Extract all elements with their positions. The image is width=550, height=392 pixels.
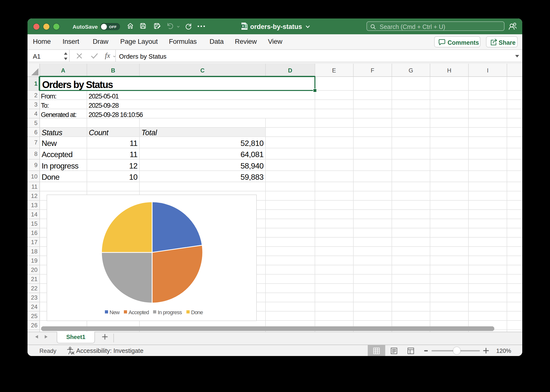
svg-text:Accepted: Accepted bbox=[42, 150, 73, 159]
svg-text:D: D bbox=[288, 67, 292, 74]
svg-text:58,940: 58,940 bbox=[240, 161, 264, 170]
svg-text:2025-05-01: 2025-05-01 bbox=[89, 93, 119, 100]
svg-text:4: 4 bbox=[34, 110, 37, 117]
svg-text:10: 10 bbox=[31, 173, 37, 180]
svg-text:New: New bbox=[42, 139, 57, 148]
svg-text:C: C bbox=[200, 67, 204, 74]
svg-text:20: 20 bbox=[31, 267, 37, 273]
svg-text:3: 3 bbox=[34, 101, 37, 108]
svg-text:Done: Done bbox=[191, 309, 203, 315]
svg-text:Orders by Status: Orders by Status bbox=[42, 79, 113, 90]
svg-text:15: 15 bbox=[31, 220, 37, 227]
svg-text:24: 24 bbox=[31, 303, 37, 310]
svg-text:In progress: In progress bbox=[158, 309, 182, 315]
svg-text:E: E bbox=[332, 67, 336, 74]
svg-text:9: 9 bbox=[34, 162, 37, 168]
svg-text:12: 12 bbox=[31, 193, 37, 199]
svg-text:10: 10 bbox=[129, 173, 138, 181]
svg-text:16: 16 bbox=[31, 230, 37, 236]
svg-text:A: A bbox=[61, 67, 65, 74]
svg-text:7: 7 bbox=[34, 139, 37, 146]
svg-text:22: 22 bbox=[31, 285, 37, 292]
svg-text:In progress: In progress bbox=[42, 161, 78, 170]
svg-text:13: 13 bbox=[31, 202, 37, 208]
svg-text:25: 25 bbox=[31, 313, 37, 319]
svg-text:19: 19 bbox=[31, 257, 37, 264]
svg-text:To:: To: bbox=[41, 102, 49, 109]
svg-text:2: 2 bbox=[34, 92, 37, 98]
svg-text:2025-09-28 16:10:56: 2025-09-28 16:10:56 bbox=[89, 111, 143, 118]
svg-text:21: 21 bbox=[31, 276, 37, 282]
svg-text:Total: Total bbox=[141, 128, 157, 137]
svg-text:14: 14 bbox=[31, 211, 37, 218]
svg-text:New: New bbox=[110, 309, 120, 315]
svg-text:H: H bbox=[447, 67, 451, 74]
svg-text:Generated at:: Generated at: bbox=[41, 111, 76, 118]
svg-text:Done: Done bbox=[42, 173, 59, 181]
svg-text:B: B bbox=[111, 67, 115, 74]
svg-text:F: F bbox=[371, 67, 374, 74]
svg-text:8: 8 bbox=[34, 151, 37, 157]
svg-text:G: G bbox=[409, 67, 413, 74]
svg-text:11: 11 bbox=[130, 150, 138, 159]
svg-text:64,081: 64,081 bbox=[240, 150, 264, 159]
svg-text:23: 23 bbox=[31, 294, 37, 301]
svg-text:11: 11 bbox=[130, 139, 138, 148]
svg-text:From:: From: bbox=[41, 93, 56, 100]
svg-text:Status: Status bbox=[42, 128, 62, 137]
svg-text:Count: Count bbox=[89, 128, 109, 137]
svg-text:I: I bbox=[487, 67, 489, 74]
svg-text:Accepted: Accepted bbox=[128, 309, 149, 315]
svg-text:26: 26 bbox=[31, 322, 37, 329]
svg-text:11: 11 bbox=[31, 183, 37, 190]
svg-text:1: 1 bbox=[34, 80, 37, 87]
svg-text:12: 12 bbox=[129, 161, 138, 170]
svg-text:2025-09-28: 2025-09-28 bbox=[89, 102, 119, 109]
svg-text:59,883: 59,883 bbox=[240, 173, 264, 181]
svg-text:17: 17 bbox=[31, 239, 37, 245]
svg-text:18: 18 bbox=[31, 248, 37, 255]
svg-text:5: 5 bbox=[34, 120, 37, 126]
svg-text:52,810: 52,810 bbox=[240, 139, 264, 148]
svg-text:6: 6 bbox=[34, 129, 37, 135]
